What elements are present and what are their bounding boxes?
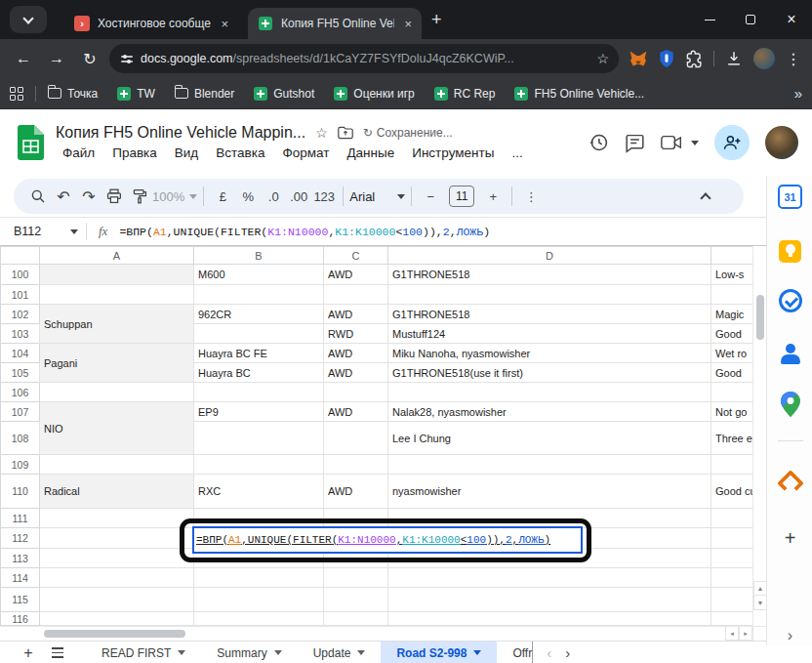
apps-grid-icon[interactable] <box>10 87 23 101</box>
cell[interactable] <box>194 588 324 612</box>
collapse-toolbar-button[interactable] <box>693 184 718 209</box>
google-sheets-logo[interactable] <box>18 125 44 160</box>
font-size-input[interactable]: 11 <box>449 186 474 207</box>
menu-insert[interactable]: Вставка <box>209 145 271 161</box>
new-tab-button[interactable]: + <box>431 10 442 30</box>
cell[interactable] <box>711 549 753 568</box>
col-header-c[interactable]: C <box>324 247 388 265</box>
cell[interactable]: Good <box>711 363 753 383</box>
cell[interactable] <box>388 588 711 612</box>
cell[interactable]: Good curve <box>711 475 753 509</box>
decrease-decimal-button[interactable]: .0 <box>261 184 286 209</box>
zoom-select[interactable]: 100% <box>152 184 197 209</box>
close-window-button[interactable]: × <box>771 0 812 39</box>
reload-button[interactable]: ↻ <box>76 45 103 72</box>
row-header[interactable]: 110 <box>1 475 40 509</box>
print-button[interactable] <box>102 184 127 209</box>
sheet-tab-offroad-partial[interactable]: Offr <box>497 642 533 663</box>
cell[interactable]: Not go <box>711 402 753 422</box>
cell[interactable] <box>711 612 753 626</box>
cell[interactable] <box>324 383 388 402</box>
name-box[interactable]: B112 <box>0 225 86 238</box>
scroll-up-button[interactable]: ▲ <box>753 581 767 596</box>
browser-tab-1[interactable]: › Хостинговое сообщество «Tim × <box>64 8 238 39</box>
cell[interactable] <box>40 528 194 549</box>
row-header[interactable]: 108 <box>1 422 40 455</box>
shield-extension-icon[interactable] <box>658 49 675 68</box>
row-header-112-selected[interactable]: 112 <box>1 528 40 549</box>
cell[interactable] <box>40 549 194 568</box>
sheet-tab-summary[interactable]: Summary <box>201 642 297 663</box>
menu-view[interactable]: Вид <box>168 145 205 161</box>
browser-tab-2-active[interactable]: Копия FH5 Online Vehicle Map × <box>248 8 422 39</box>
comments-icon[interactable] <box>625 133 645 153</box>
col-header-e-partial[interactable] <box>711 247 753 265</box>
vertical-scrollbar[interactable]: ▲ ▼ <box>752 246 766 626</box>
cell[interactable]: Magic <box>711 305 753 324</box>
formula-input[interactable]: =ВПР(A1,UNIQUE(FILTER(K1:N10000,K1:K1000… <box>119 226 490 238</box>
cell[interactable]: 962CR <box>194 305 324 324</box>
cell[interactable] <box>194 455 324 475</box>
cell[interactable] <box>324 568 388 588</box>
cell[interactable] <box>711 588 753 612</box>
cell[interactable] <box>324 285 388 305</box>
paint-format-button[interactable] <box>127 184 152 209</box>
percent-format-button[interactable]: % <box>235 184 261 209</box>
row-header[interactable]: 113 <box>1 549 40 568</box>
cell[interactable]: AWD <box>324 265 388 285</box>
bookmark-tochka[interactable]: Точка <box>40 84 105 104</box>
col-header-b-selected[interactable]: B <box>194 247 324 265</box>
cell[interactable] <box>711 285 753 305</box>
all-sheets-menu-button[interactable] <box>43 647 72 657</box>
font-select[interactable]: Arial <box>349 184 405 209</box>
version-history-icon[interactable] <box>588 132 609 153</box>
document-title[interactable]: Копия FH5 Online Vehicle Mappin... <box>56 124 305 142</box>
minimize-button[interactable] <box>689 0 730 39</box>
number-format-button[interactable]: 123 <box>311 184 337 209</box>
cell[interactable]: Huayra BC FE <box>194 344 324 363</box>
increase-font-size-button[interactable]: + <box>480 184 506 209</box>
cell[interactable] <box>194 285 324 305</box>
cell[interactable]: Huayra BC <box>194 363 324 383</box>
cell[interactable] <box>388 568 711 588</box>
extensions-puzzle-icon[interactable] <box>685 50 704 68</box>
menu-overflow[interactable]: ... <box>505 145 529 161</box>
cell[interactable]: Nalak28, nyasmowisher <box>388 402 711 422</box>
move-to-folder-icon[interactable] <box>338 126 353 140</box>
cell[interactable] <box>40 588 194 612</box>
back-button[interactable]: ← <box>10 45 37 72</box>
cell[interactable] <box>711 528 753 549</box>
close-tab-icon[interactable]: × <box>402 17 414 31</box>
cell[interactable]: Lee I Chung <box>388 422 711 455</box>
row-header[interactable]: 100 <box>1 265 40 285</box>
addon-icon[interactable] <box>767 474 812 493</box>
bookmark-rc-rep[interactable]: RC Rep <box>426 84 504 104</box>
cell[interactable]: AWD <box>324 475 388 509</box>
row-header[interactable]: 109 <box>1 455 40 475</box>
vertical-scrollbar-thumb[interactable] <box>756 295 764 340</box>
cell[interactable]: nyasmowisher <box>388 475 711 509</box>
undo-button[interactable]: ↶ <box>51 184 76 209</box>
cell[interactable] <box>711 383 753 402</box>
get-addons-plus-button[interactable]: + <box>767 527 812 550</box>
bookmark-gutshot[interactable]: Gutshot <box>246 84 322 104</box>
row-header[interactable]: 106 <box>1 383 40 402</box>
scroll-left-button[interactable]: ◂ <box>725 627 739 641</box>
cell[interactable] <box>324 588 388 612</box>
cell[interactable]: M600 <box>194 265 324 285</box>
forward-button[interactable]: → <box>43 45 70 72</box>
cell[interactable] <box>388 383 711 402</box>
cell-editor-b112[interactable]: =ВПР(A1,UNIQUE(FILTER(K1:N10000,K1:K1000… <box>192 526 583 554</box>
contacts-icon[interactable] <box>767 343 812 364</box>
cell[interactable]: G1THRONE518(use it first) <box>388 363 711 383</box>
cell[interactable]: AWD <box>324 305 388 324</box>
row-header[interactable]: 115 <box>1 588 40 612</box>
tasks-icon[interactable] <box>767 289 812 312</box>
cell[interactable] <box>388 612 711 626</box>
horizontal-scrollbar[interactable] <box>0 627 725 641</box>
cell[interactable]: Low-s <box>711 265 753 285</box>
tab-search-button[interactable] <box>10 6 47 33</box>
horizontal-scrollbar-thumb[interactable] <box>44 630 185 638</box>
cell[interactable]: Good <box>711 324 753 344</box>
scroll-down-button[interactable]: ▼ <box>753 596 767 610</box>
